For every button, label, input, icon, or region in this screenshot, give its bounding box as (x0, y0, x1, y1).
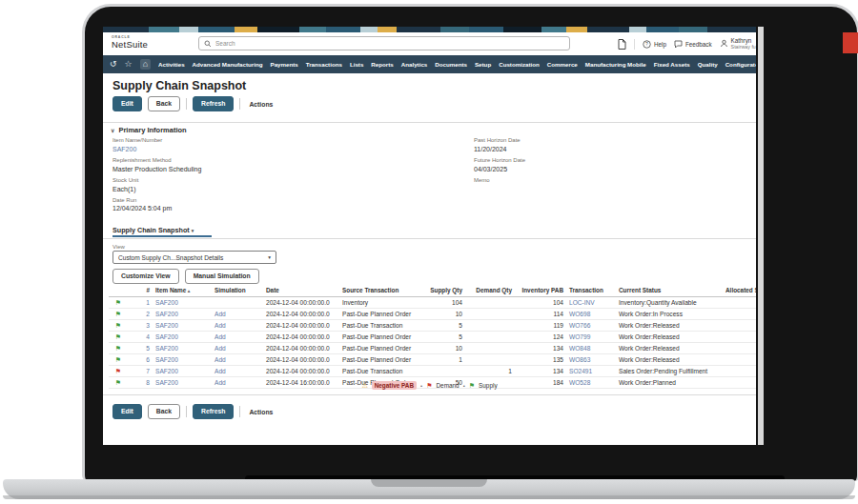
cell-transaction[interactable]: WO766 (566, 320, 616, 332)
cell-transaction[interactable]: WO698 (566, 309, 616, 320)
nav-item-lists[interactable]: Lists (350, 61, 363, 68)
cell-simulation[interactable]: Add (212, 332, 263, 343)
new-document-icon[interactable] (618, 39, 626, 50)
column-header-supply-qty[interactable]: Supply Qty (427, 285, 465, 297)
global-search[interactable] (198, 36, 570, 50)
column-header-demand-qty[interactable]: Demand Qty (465, 285, 515, 297)
nav-item-commerce[interactable]: Commerce (547, 61, 578, 68)
actions-menu[interactable]: Actions (246, 101, 276, 108)
cell-demand-qty: 1 (465, 366, 515, 377)
cell-line-number[interactable]: 2 (128, 309, 153, 320)
cell-allocated-supply (723, 309, 756, 320)
top-toolbar: Edit Back Refresh Actions (112, 96, 276, 111)
cell-current-status: Work Order:Released (616, 332, 723, 343)
help-button[interactable]: ? Help (643, 40, 666, 49)
scrollbar[interactable] (758, 27, 764, 445)
cell-flag: ⚑ (109, 320, 128, 332)
main-nav: ↺ ☆ ⌂ ActivitiesAdvanced ManufacturingPa… (103, 55, 756, 73)
table-row[interactable]: ⚑5SAF200Add2024-12-04 00:00:00.0Past-Due… (109, 343, 756, 354)
cell-simulation[interactable]: Add (212, 354, 263, 366)
footer-refresh-button[interactable]: Refresh (193, 404, 234, 419)
netsuite-logo[interactable]: ORACLE NetSuite (112, 35, 148, 50)
view-select[interactable]: Custom Supply Ch...Snapshot Details ▾ (112, 251, 276, 264)
cell-simulation[interactable]: Add (212, 320, 263, 332)
table-row[interactable]: ⚑4SAF200Add2024-12-04 00:00:00.0Past-Due… (109, 332, 756, 343)
footer-divider (103, 394, 756, 395)
nav-item-setup[interactable]: Setup (475, 61, 491, 68)
demand-label: Demand (437, 382, 460, 389)
field-label: Past Horizon Date (474, 137, 756, 145)
cell-simulation[interactable]: Add (212, 343, 263, 354)
cell-current-status: Work Order:Released (616, 354, 723, 366)
history-icon[interactable]: ↺ (110, 60, 117, 69)
nav-item-configurator[interactable]: Configurator (725, 61, 756, 68)
cell-line-number[interactable]: 1 (128, 297, 153, 309)
search-input[interactable] (215, 40, 564, 47)
column-header-date[interactable]: Date (263, 285, 339, 297)
edit-button[interactable]: Edit (112, 96, 142, 111)
cell-transaction[interactable]: WO799 (566, 332, 616, 343)
footer-edit-button[interactable]: Edit (112, 404, 142, 419)
table-row[interactable]: ⚑3SAF200Add2024-12-04 00:00:00.0Past-Due… (109, 320, 756, 332)
cell-line-number[interactable]: 5 (128, 343, 153, 354)
column-header-transaction[interactable]: Transaction (566, 285, 616, 297)
manual-simulation-button[interactable]: Manual Simulation (185, 269, 259, 284)
nav-item-advanced-manufacturing[interactable]: Advanced Manufacturing (193, 61, 263, 68)
nav-item-manufacturing-mobile[interactable]: Manufacturing Mobile (585, 61, 646, 68)
supply-flag-icon: ⚑ (115, 322, 121, 329)
nav-item-analytics[interactable]: Analytics (401, 61, 428, 68)
column-header-allocated-supp[interactable]: Allocated Supp (723, 285, 756, 297)
cell-simulation[interactable]: Add (212, 309, 263, 320)
customize-view-button[interactable]: Customize View (112, 269, 179, 284)
cell-item-name[interactable]: SAF200 (153, 309, 212, 320)
home-icon[interactable]: ⌂ (140, 59, 151, 70)
back-button[interactable]: Back (148, 96, 180, 111)
shortcuts-star-icon[interactable]: ☆ (125, 60, 133, 69)
nav-item-transactions[interactable]: Transactions (306, 61, 342, 68)
cell-item-name[interactable]: SAF200 (153, 366, 212, 377)
cell-item-name[interactable]: SAF200 (153, 297, 212, 309)
field-value[interactable]: SAF200 (112, 145, 398, 153)
cell-transaction[interactable]: WO863 (566, 354, 616, 366)
nav-item-documents[interactable]: Documents (435, 61, 467, 68)
cell-item-name[interactable]: SAF200 (153, 332, 212, 343)
cell-simulation[interactable]: Add (212, 366, 263, 377)
cell-transaction[interactable]: SO2491 (566, 366, 616, 377)
primary-info-section-header[interactable]: ∨ Primary Information (111, 126, 187, 134)
cell-line-number[interactable]: 7 (128, 366, 153, 377)
column-header--[interactable]: # (128, 285, 153, 297)
cell-line-number[interactable]: 3 (128, 320, 153, 332)
cell-transaction[interactable]: LOC-INV (566, 297, 616, 309)
column-header-inventory-pab[interactable]: Inventory PAB (515, 285, 566, 297)
feedback-button[interactable]: Feedback (674, 40, 712, 49)
column-header-item-name[interactable]: Item Name ▴ (153, 285, 212, 297)
footer-back-button[interactable]: Back (148, 404, 180, 419)
user-menu[interactable]: Kathryn Stairway fu (720, 38, 756, 50)
nav-item-payments[interactable]: Payments (271, 61, 298, 68)
cell-item-name[interactable]: SAF200 (153, 343, 212, 354)
cell-transaction[interactable]: WO848 (566, 343, 616, 354)
demand-flag-icon: ⚑ (115, 368, 121, 374)
table-row[interactable]: ⚑2SAF200Add2024-12-04 00:00:00.0Past-Due… (109, 309, 756, 320)
column-header-source-transaction[interactable]: Source Transaction (339, 285, 427, 297)
table-row[interactable]: ⚑7SAF200Add2024-12-04 00:00:00.0Past-Due… (109, 366, 756, 377)
nav-item-customization[interactable]: Customization (499, 61, 540, 68)
cell-line-number[interactable]: 6 (128, 354, 153, 366)
help-label: Help (654, 41, 666, 48)
cell-item-name[interactable]: SAF200 (153, 354, 212, 366)
footer-actions-menu[interactable]: Actions (246, 409, 276, 415)
cell-line-number[interactable]: 4 (128, 332, 153, 343)
column-header-current-status[interactable]: Current Status (616, 285, 723, 297)
nav-item-reports[interactable]: Reports (371, 61, 393, 68)
cell-item-name[interactable]: SAF200 (153, 320, 212, 332)
nav-item-quality[interactable]: Quality (698, 61, 718, 68)
column-header-simulation[interactable]: Simulation (212, 285, 263, 297)
nav-item-activities[interactable]: Activities (158, 61, 185, 68)
cell-current-status: Work Order:Released (616, 320, 723, 332)
table-row[interactable]: ⚑6SAF200Add2024-12-04 00:00:00.0Past-Due… (109, 354, 756, 366)
refresh-button[interactable]: Refresh (193, 96, 234, 111)
nav-item-fixed-assets[interactable]: Fixed Assets (654, 61, 690, 68)
info-field: Item Name/NumberSAF200 (112, 137, 398, 153)
tab-supply-chain-snapshot[interactable]: Supply Chain Snapshot ▾ (112, 226, 194, 234)
table-row[interactable]: ⚑1SAF2002024-12-04 00:00:00.0Inventory10… (109, 297, 756, 309)
